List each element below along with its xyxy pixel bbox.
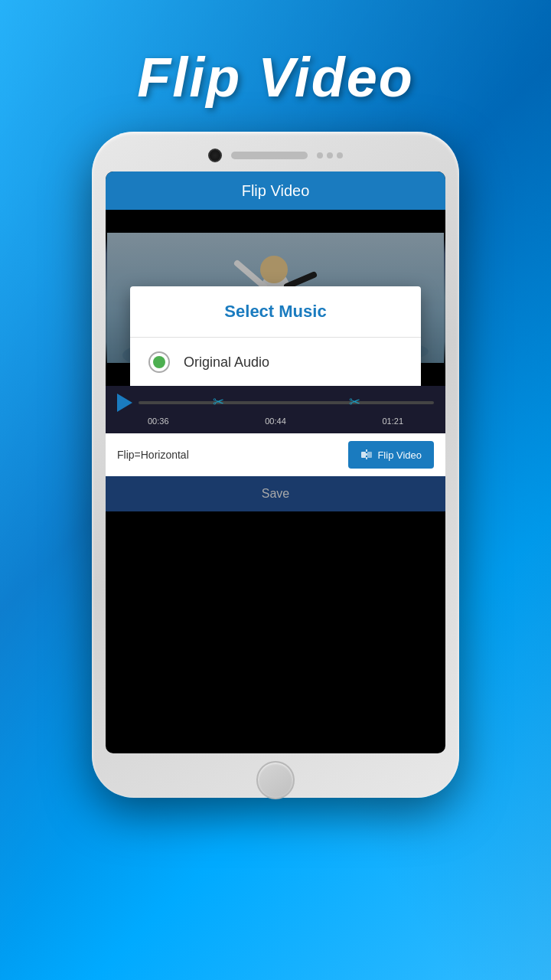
phone-bottom-bezel [106, 761, 445, 799]
save-button-label: Save [262, 487, 289, 500]
time-start: 00:36 [148, 416, 169, 426]
sensor-dot [327, 152, 333, 158]
svg-rect-14 [367, 452, 372, 458]
select-music-dialog: Select Music Original Audio Mute Audio [130, 286, 421, 386]
page-title: Flip Video [137, 46, 413, 109]
save-bar[interactable]: Save [106, 476, 445, 511]
speaker-grille [231, 152, 308, 159]
phone-top-bezel [106, 145, 445, 165]
home-button[interactable] [256, 761, 295, 799]
app-bar: Flip Video [106, 172, 445, 210]
scissors-left-icon[interactable]: ✂ [213, 394, 224, 410]
time-end: 01:21 [382, 416, 403, 426]
scissors-right-icon[interactable]: ✂ [349, 394, 360, 410]
time-mid: 00:44 [265, 416, 286, 426]
option-original-audio[interactable]: Original Audio [130, 338, 421, 386]
svg-rect-13 [361, 452, 366, 458]
dialog-title: Select Music [130, 286, 421, 338]
phone-screen: Flip Video [106, 172, 445, 753]
sensor-dot [337, 152, 343, 158]
app-bar-title: Flip Video [242, 182, 310, 200]
flip-label: Flip=Horizontal [117, 449, 189, 461]
timeline-bar[interactable]: ✂ ✂ [139, 401, 434, 404]
action-row: Flip=Horizontal Flip Video [106, 433, 445, 476]
radio-original[interactable] [148, 351, 170, 373]
dialog-overlay: Select Music Original Audio Mute Audio [106, 210, 445, 386]
bottom-controls: ✂ ✂ 00:36 00:44 01:21 [106, 386, 445, 433]
time-labels: 00:36 00:44 01:21 [117, 416, 434, 426]
phone-frame: Flip Video [92, 132, 459, 798]
flip-icon [360, 449, 373, 461]
video-preview: Select Music Original Audio Mute Audio [106, 210, 445, 386]
play-button[interactable] [117, 394, 132, 412]
flip-video-button[interactable]: Flip Video [348, 441, 434, 469]
timeline-row: ✂ ✂ [117, 394, 434, 412]
option-original-label: Original Audio [184, 354, 269, 371]
sensor-dot [317, 152, 323, 158]
radio-selected-indicator [153, 356, 165, 368]
front-camera [208, 149, 222, 162]
